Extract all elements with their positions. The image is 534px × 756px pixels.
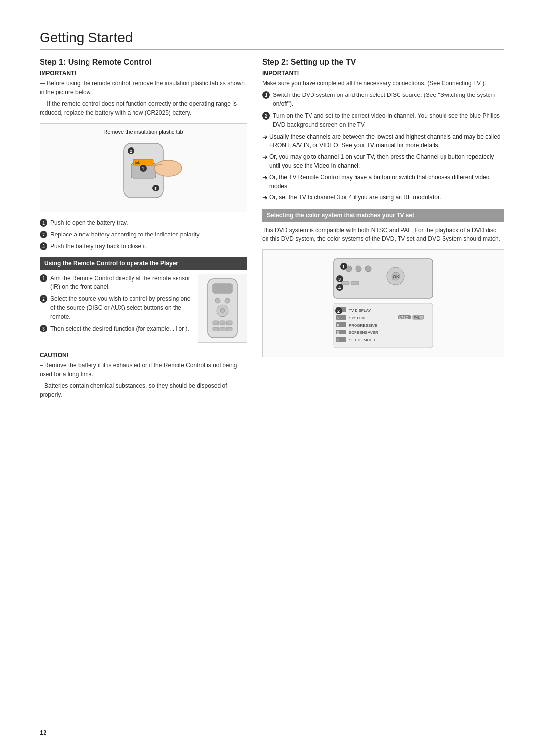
operate-section: 1 Aim the Remote Control directly at the… (40, 274, 247, 347)
operate-step2: 2 Select the source you wish to control … (40, 294, 192, 321)
step1-step1-text: Push to open the battery tray. (50, 218, 128, 227)
op-num-2: 2 (40, 295, 47, 303)
svg-text:2: 2 (337, 309, 340, 314)
svg-text:3: 3 (338, 277, 341, 282)
svg-rect-24 (334, 259, 433, 298)
arrow-icon-3: ➜ (262, 173, 267, 190)
op-num-3: 3 (40, 325, 47, 332)
svg-text:1: 1 (342, 264, 345, 269)
svg-rect-20 (226, 321, 232, 325)
step1-step3: 3 Push the battery tray back to close it… (40, 242, 247, 251)
step1-important-label: IMPORTANT! (40, 70, 247, 77)
step2-step1: 1 Switch the DVD system on and then sele… (262, 91, 504, 108)
step2-step2: 2 Turn on the TV and set to the correct … (262, 111, 504, 129)
remote-svg (203, 276, 242, 340)
svg-point-27 (365, 266, 371, 272)
svg-rect-18 (213, 321, 219, 325)
operate-step3: 3 Then select the desired function (for … (40, 324, 192, 333)
operate-step3-text: Then select the desired function (for ex… (50, 324, 189, 333)
svg-text:P: P (337, 324, 339, 327)
arrow-text-3: Or, the TV Remote Control may have a but… (269, 173, 504, 190)
svg-rect-31 (341, 281, 349, 285)
left-column: Step 1: Using Remote Control IMPORTANT! … (40, 58, 247, 402)
step1-step1: 1 Push to open the battery tray. (40, 218, 247, 227)
step1-step3-text: Push the battery tray back to close it. (50, 242, 148, 251)
step2-title: Step 2: Setting up the TV (262, 58, 504, 67)
page-number: 12 (40, 729, 46, 736)
step2-step2-text: Turn on the TV and set to the correct vi… (273, 111, 504, 129)
svg-text:2: 2 (130, 149, 132, 154)
step2-important-label: IMPORTANT! (262, 70, 504, 77)
arrow-icon-1: ➜ (262, 132, 267, 150)
svg-text:S: S (337, 316, 339, 320)
svg-rect-21 (213, 327, 219, 331)
step2-step1-text: Switch the DVD system on and then select… (273, 91, 504, 108)
svg-point-14 (215, 298, 220, 303)
arrow-text-1: Usually these channels are between the l… (269, 132, 504, 150)
color-banner: Selecting the color system that matches … (262, 209, 504, 222)
arrow-item-3: ➜ Or, the TV Remote Control may have a b… (262, 173, 504, 190)
arrow-text-4: Or, set the TV to channel 3 or 4 if you … (269, 193, 441, 203)
caution-item-1: – Remove the battery if it is exhausted … (40, 361, 247, 378)
num-1: 1 (40, 219, 47, 227)
svg-text:PAL: PAL (414, 316, 420, 319)
svg-text:tab: tab (135, 160, 141, 165)
svg-point-26 (356, 266, 361, 272)
op-num-1: 1 (40, 274, 47, 282)
tv-setup-svg: OK 1 3 4 TV TV DISPLAY (319, 254, 447, 353)
step1-important-text1: — Before using the remote control, remov… (40, 79, 247, 96)
step2-important-text: Make sure you have completed all the nec… (262, 79, 504, 88)
operate-step1-text: Aim the Remote Control directly at the r… (50, 274, 192, 291)
color-text: This DVD system is compatible with both … (262, 226, 504, 243)
battery-svg-area: tab 2 1 3 (45, 139, 242, 203)
step1-step2: 2 Replace a new battery according to the… (40, 230, 247, 239)
svg-point-15 (225, 298, 230, 303)
arrow-item-4: ➜ Or, set the TV to channel 3 or 4 if yo… (262, 193, 504, 203)
right-column: Step 2: Setting up the TV IMPORTANT! Mak… (262, 58, 504, 402)
page-container: Getting Started Step 1: Using Remote Con… (0, 0, 534, 756)
svg-rect-19 (220, 321, 225, 325)
svg-text:SYSTEM: SYSTEM (349, 316, 365, 320)
num-3: 3 (40, 242, 47, 250)
step1-title: Step 1: Using Remote Control (40, 58, 247, 67)
svg-text:S: S (337, 331, 339, 334)
caution-label: CAUTION! (40, 352, 247, 359)
svg-point-4 (154, 160, 182, 176)
svg-rect-23 (226, 327, 232, 331)
arrow-item-1: ➜ Usually these channels are between the… (262, 132, 504, 150)
arrow-item-2: ➜ Or, you may go to channel 1 on your TV… (262, 152, 504, 170)
page-title: Getting Started (40, 30, 504, 50)
svg-text:SCREENSAVER: SCREENSAVER (349, 331, 378, 335)
svg-text:S: S (337, 338, 339, 342)
caution-item-2: – Batteries contain chemical substances,… (40, 381, 247, 399)
operate-banner: Using the Remote Control to operate the … (40, 257, 247, 270)
main-columns: Step 1: Using Remote Control IMPORTANT! … (40, 58, 504, 402)
battery-image-label: Remove the insulation plastic tab (45, 129, 242, 135)
svg-point-17 (220, 308, 225, 313)
svg-text:NTSC: NTSC (399, 316, 408, 319)
operate-step1: 1 Aim the Remote Control directly at the… (40, 274, 192, 291)
remote-image-box (198, 274, 247, 343)
s2-num-1: 1 (262, 91, 270, 99)
svg-rect-22 (220, 327, 225, 331)
arrow-icon-2: ➜ (262, 152, 267, 170)
svg-text:OK: OK (393, 274, 400, 279)
svg-text:3: 3 (154, 186, 157, 191)
svg-text:TV DISPLAY: TV DISPLAY (349, 308, 371, 313)
svg-rect-13 (213, 284, 232, 293)
num-2: 2 (40, 231, 47, 238)
step1-important-text2: — If the remote control does not functio… (40, 99, 247, 117)
arrow-icon-4: ➜ (262, 193, 267, 203)
battery-image-box: Remove the insulation plastic tab tab (40, 123, 247, 212)
battery-illustration-svg: tab 2 1 3 (89, 139, 198, 203)
s2-num-2: 2 (262, 112, 270, 120)
svg-text:PROGRESSIVE: PROGRESSIVE (349, 323, 377, 328)
arrow-text-2: Or, you may go to channel 1 on your TV, … (269, 152, 504, 170)
svg-rect-32 (351, 281, 359, 285)
svg-text:4: 4 (338, 285, 341, 290)
tv-image-box: OK 1 3 4 TV TV DISPLAY (262, 249, 504, 357)
step1-step2-text: Replace a new battery according to the i… (50, 230, 201, 239)
svg-text:1: 1 (142, 166, 144, 171)
svg-text:SET TO MULTI: SET TO MULTI (349, 338, 375, 342)
operate-step2-text: Select the source you wish to control by… (50, 294, 192, 321)
